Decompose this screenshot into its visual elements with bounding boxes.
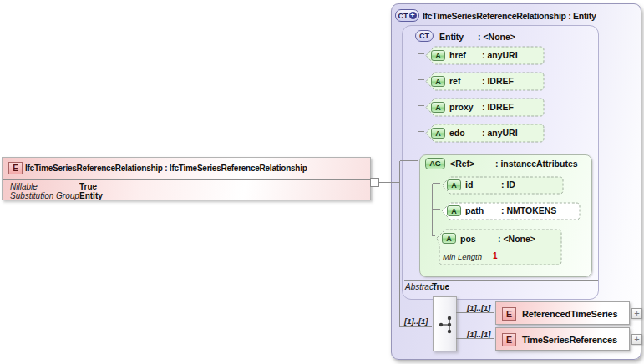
complex-type-icon: CT + [395,9,419,22]
facet-separator [446,250,551,250]
attribute-type: : anyURI [482,50,518,60]
base-type-name: Entity [439,32,464,42]
attribute-group-icon: AG [425,158,445,169]
attribute-row-proxy: A proxy : IDREF [425,98,545,117]
attribute-name: ref [449,76,460,86]
header-separator [3,179,370,180]
attribute-icon: A [431,76,445,87]
attribute-type: : IDREF [482,102,514,112]
footer-separator [404,280,598,281]
sequence-connector-icon [433,296,457,351]
element-icon: E [502,333,516,346]
expand-button[interactable]: + [631,308,642,319]
attribute-icon: A [431,128,445,139]
attribute-group-box: AG <Ref> : instanceAttributes A id : ID … [419,154,592,277]
plus-icon: + [409,12,417,19]
property-value-substitution-group: Entity [79,191,103,200]
complex-type-box: CT + IfcTimeSeriesReferenceRelationship … [391,3,641,360]
attribute-name: pos [460,234,476,244]
element-title: IfcTimeSeriesReferenceRelationship : Ifc… [25,164,307,173]
attribute-type: : <None> [498,234,535,244]
complex-type-title: IfcTimeSeriesReferenceRelationship : Ent… [423,11,596,21]
attribute-icon: A [447,179,461,190]
expand-button[interactable]: + [631,334,642,345]
attribute-type: : IDREF [482,76,514,86]
global-element-box: E IfcTimeSeriesReferenceRelationship : I… [2,157,371,200]
facet-min-length-value: 1 [493,251,498,260]
base-type-icon: CT [415,30,434,42]
attribute-name: proxy [449,102,474,112]
base-type-type: : <None> [478,32,515,42]
attribute-name: id [465,179,473,190]
attribute-row-path: A path : NMTOKENS [441,202,581,220]
cardinality-label: [1]..[1] [467,330,491,339]
element-icon: E [8,162,23,174]
attribute-row-edo: A edo : anyURI [425,124,545,143]
attribute-row-pos: A pos : <None> Min Length 1 [436,229,562,265]
attribute-type: : anyURI [482,128,518,138]
property-label-nillable: Nillable [10,182,38,191]
attribute-row-href: A href : anyURI [425,46,545,65]
attribute-name: href [449,50,466,60]
attribute-name: edo [449,128,465,138]
cardinality-label: [1]..[1] [404,316,428,326]
complex-type-icon-label: CT [398,12,408,20]
attribute-group-type: : instanceAttributes [495,159,578,169]
child-element-referencedtimeseries[interactable]: E ReferencedTimeSeries [495,301,630,325]
attribute-type: : NMTOKENS [501,205,556,215]
base-type-box: CT Entity : <None> A href : anyURI A ref… [402,25,599,300]
abstract-value: True [432,282,449,291]
element-title: TimeSeriesReferences [522,335,617,345]
xsd-diagram-canvas: E IfcTimeSeriesReferenceRelationship : I… [0,0,644,364]
facet-min-length-label: Min Length [443,252,482,261]
element-title: ReferencedTimeSeries [522,309,617,319]
property-value-nillable: True [79,182,97,191]
cardinality-label: [1]..[1] [467,303,491,312]
attribute-group-name: <Ref> [450,159,474,169]
attribute-icon: A [431,50,445,61]
collapse-toggle[interactable] [370,178,379,187]
child-element-timeseriesreferences[interactable]: E TimeSeriesReferences [495,327,630,351]
attribute-row-ref: A ref : IDREF [425,72,545,91]
attribute-name: path [465,205,484,215]
property-label-substitution-group: Substitution Group [10,191,79,200]
element-icon: E [502,307,516,321]
sequence-glyph [434,297,458,352]
attribute-icon: A [431,102,445,113]
attribute-icon: A [442,233,456,244]
attribute-type: : ID [501,179,515,190]
attribute-row-id: A id : ID [441,176,564,195]
attribute-icon: A [447,205,461,216]
